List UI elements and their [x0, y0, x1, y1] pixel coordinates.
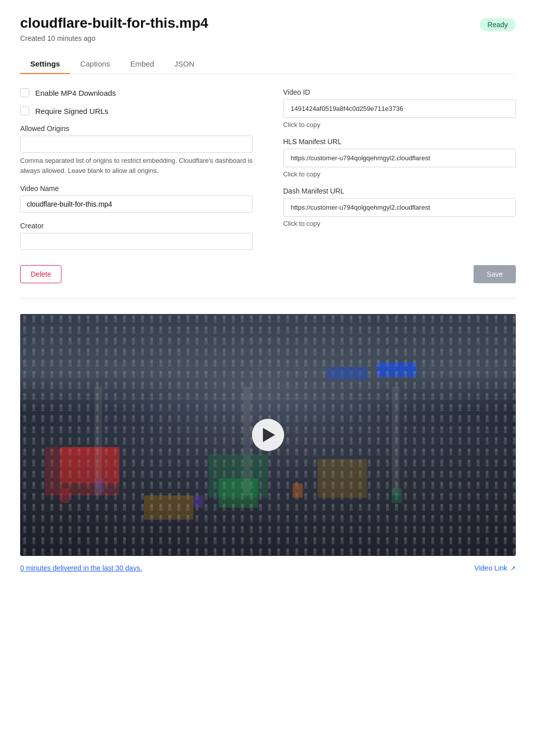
- video-link-row[interactable]: Video Link ↗: [475, 564, 516, 572]
- right-column: Video ID 1491424af0519a8f4c0d259e711e373…: [283, 88, 516, 250]
- creator-input[interactable]: [20, 233, 253, 250]
- svg-rect-15: [243, 387, 251, 495]
- delivered-link[interactable]: 0 minutes delivered in the last 30 days.: [20, 564, 142, 572]
- dash-value: https://customer-u794qolgqehmgyl2.cloudf…: [283, 198, 516, 217]
- enable-mp4-row: Enable MP4 Downloads: [20, 88, 253, 97]
- video-link-label: Video Link: [475, 564, 507, 572]
- save-button[interactable]: Save: [474, 265, 516, 283]
- tab-json[interactable]: JSON: [164, 54, 205, 74]
- allowed-origins-hint: Comma separated list of origins to restr…: [20, 156, 253, 175]
- svg-rect-14: [95, 387, 102, 495]
- video-id-label: Video ID: [283, 88, 516, 96]
- enable-mp4-checkbox[interactable]: [20, 88, 29, 97]
- tab-settings[interactable]: Settings: [20, 54, 70, 74]
- tab-captions[interactable]: Captions: [70, 54, 120, 74]
- svg-rect-10: [317, 459, 367, 498]
- section-divider: [20, 298, 516, 299]
- video-id-group: Video ID 1491424af0519a8f4c0d259e711e373…: [283, 88, 516, 129]
- actions-row: Delete Save: [20, 265, 516, 283]
- status-badge: Ready: [480, 18, 516, 31]
- allowed-origins-input[interactable]: [20, 136, 253, 153]
- svg-rect-5: [293, 483, 303, 498]
- dash-copy[interactable]: Click to copy: [283, 220, 516, 227]
- hls-group: HLS Manifest URL https://customer-u794qo…: [283, 138, 516, 178]
- creator-label: Creator: [20, 222, 253, 230]
- allowed-origins-group: Allowed Origins Comma separated list of …: [20, 124, 253, 175]
- created-time: Created 10 minutes ago: [20, 34, 516, 42]
- svg-rect-6: [193, 495, 204, 508]
- creator-group: Creator: [20, 222, 253, 250]
- video-id-value: 1491424af0519a8f4c0d259e711e3736: [283, 99, 516, 118]
- left-column: Enable MP4 Downloads Require Signed URLs…: [20, 88, 253, 250]
- play-icon: [263, 428, 275, 442]
- svg-rect-8: [45, 447, 119, 495]
- svg-rect-11: [327, 367, 367, 380]
- video-name-group: Video Name: [20, 184, 253, 213]
- footer-row: 0 minutes delivered in the last 30 days.…: [20, 564, 516, 572]
- dash-group: Dash Manifest URL https://customer-u794q…: [283, 187, 516, 227]
- page-title: cloudflare-built-for-this.mp4: [20, 15, 208, 31]
- external-link-icon: ↗: [510, 564, 516, 572]
- delete-button[interactable]: Delete: [20, 265, 61, 283]
- require-signed-row: Require Signed URLs: [20, 106, 253, 115]
- require-signed-checkbox[interactable]: [20, 106, 29, 115]
- enable-mp4-label: Enable MP4 Downloads: [35, 89, 116, 97]
- video-name-label: Video Name: [20, 184, 253, 193]
- video-player[interactable]: [20, 314, 516, 556]
- hls-value: https://customer-u794qolgqehmgyl2.cloudf…: [283, 149, 516, 167]
- settings-grid: Enable MP4 Downloads Require Signed URLs…: [20, 88, 516, 250]
- dash-label: Dash Manifest URL: [283, 187, 516, 195]
- svg-rect-9: [209, 454, 268, 497]
- tab-bar: Settings Captions Embed JSON: [20, 54, 516, 74]
- hls-label: HLS Manifest URL: [283, 138, 516, 146]
- tab-embed[interactable]: Embed: [120, 54, 164, 74]
- hls-copy[interactable]: Click to copy: [283, 170, 516, 178]
- play-button[interactable]: [252, 419, 284, 451]
- allowed-origins-label: Allowed Origins: [20, 124, 253, 133]
- svg-rect-16: [392, 387, 399, 495]
- video-name-input[interactable]: [20, 196, 253, 213]
- video-id-copy[interactable]: Click to copy: [283, 121, 516, 129]
- require-signed-label: Require Signed URLs: [35, 107, 108, 115]
